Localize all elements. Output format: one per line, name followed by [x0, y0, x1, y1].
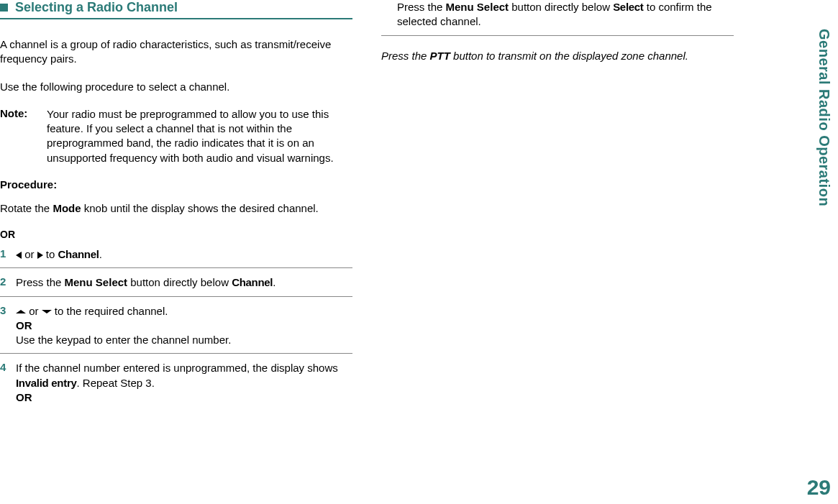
step-2-mid: button directly below: [127, 276, 232, 288]
step-3: 3 or to the required channel. OR Use the…: [0, 304, 352, 354]
note-label: Note:: [0, 107, 47, 165]
rotate-instruction: Rotate the Mode knob until the display s…: [0, 201, 352, 216]
right-select: Select: [613, 1, 643, 13]
intro-paragraph-2: Use the following procedure to select a …: [0, 80, 352, 94]
rotate-post: knob until the display shows the desired…: [81, 202, 319, 214]
page-number: 29: [807, 475, 831, 500]
heading-bullet-icon: [0, 4, 8, 12]
right-step-continuation: Press the Menu Select button directly be…: [381, 0, 734, 36]
step-4-number: 4: [0, 361, 16, 405]
step-3-post: to the required channel.: [52, 305, 168, 317]
left-arrow-icon: [16, 252, 22, 259]
right-arrow-icon: [37, 252, 43, 259]
step-2-channel: Channel: [232, 276, 273, 288]
right-column: Press the Menu Select button directly be…: [381, 0, 762, 504]
step-2-body: Press the Menu Select button directly be…: [16, 275, 352, 290]
or-label: OR: [0, 229, 352, 240]
step-1-body: or to Channel.: [16, 247, 352, 262]
heading-underline: [0, 18, 352, 19]
ptt-instruction: Press the PTT button to transmit on the …: [381, 49, 734, 63]
right-menuselect: Menu Select: [446, 1, 509, 13]
ptt-pre: Press the: [381, 50, 430, 62]
section-heading: Selecting a Radio Channel: [15, 0, 178, 15]
heading-row: Selecting a Radio Channel: [0, 0, 352, 15]
ptt-post: button to transmit on the displayed zone…: [450, 50, 688, 62]
up-arrow-icon: [16, 310, 26, 313]
sidebar: General Radio Operation: [809, 0, 838, 504]
step-1-number: 1: [0, 247, 16, 262]
step-1-channel: Channel: [58, 248, 99, 260]
ptt-label: PTT: [430, 50, 450, 62]
step-4-post: . Repeat Step 3.: [76, 377, 154, 389]
right-spacer: [381, 0, 397, 29]
page-container: Selecting a Radio Channel A channel is a…: [0, 0, 838, 504]
step-4-body: If the channel number entered is unprogr…: [16, 361, 352, 405]
step-4: 4 If the channel number entered is unpro…: [0, 361, 352, 411]
step-3-line2: Use the keypad to enter the channel numb…: [16, 334, 231, 346]
intro-paragraph-1: A channel is a group of radio characteri…: [0, 37, 352, 67]
step-2-number: 2: [0, 275, 16, 290]
content-area: Selecting a Radio Channel A channel is a…: [0, 0, 838, 504]
step-1-or: or: [22, 248, 37, 260]
note-block: Note: Your radio must be preprogrammed t…: [0, 107, 352, 165]
step-2-menuselect: Menu Select: [65, 276, 128, 288]
down-arrow-icon: [42, 310, 52, 313]
right-mid: button directly below: [509, 1, 613, 13]
step-4-invalid: Invalid entry: [16, 377, 76, 389]
step-2-pre: Press the: [16, 276, 65, 288]
step-3-or: or: [26, 305, 42, 317]
step-3-orlabel: OR: [16, 319, 32, 331]
right-top-body: Press the Menu Select button directly be…: [397, 0, 734, 29]
step-4-pre: If the channel number entered is unprogr…: [16, 362, 338, 374]
note-text: Your radio must be preprogrammed to allo…: [47, 107, 352, 165]
step-2-dot: .: [273, 276, 275, 288]
step-1: 1 or to Channel.: [0, 247, 352, 268]
step-4-orlabel: OR: [16, 391, 32, 403]
rotate-mode: Mode: [53, 202, 81, 214]
step-3-number: 3: [0, 304, 16, 348]
left-column: Selecting a Radio Channel A channel is a…: [0, 0, 381, 504]
sidebar-chapter-title: General Radio Operation: [816, 29, 832, 206]
step-3-body: or to the required channel. OR Use the k…: [16, 304, 352, 348]
step-1-to: to: [43, 248, 58, 260]
rotate-pre: Rotate the: [0, 202, 53, 214]
procedure-label: Procedure:: [0, 178, 352, 191]
step-2: 2 Press the Menu Select button directly …: [0, 275, 352, 296]
step-1-dot: .: [99, 248, 102, 260]
right-pre: Press the: [397, 1, 446, 13]
